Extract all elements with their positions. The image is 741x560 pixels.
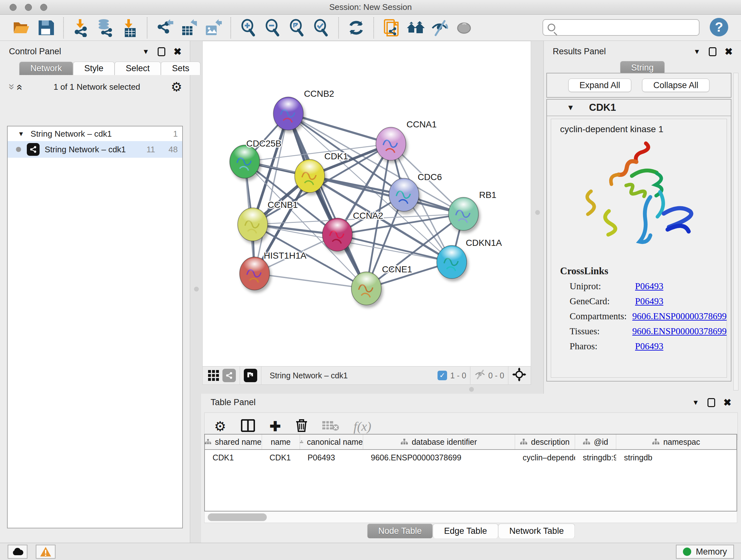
delete-column-icon[interactable] xyxy=(295,419,308,434)
network-node-cdk1[interactable] xyxy=(294,159,325,192)
zoom-in-icon[interactable] xyxy=(239,18,258,38)
crosslink-link[interactable]: 9606.ENSP00000378699 xyxy=(632,311,727,321)
import-table-icon[interactable] xyxy=(120,18,139,38)
tab-node-table[interactable]: Node Table xyxy=(367,523,433,538)
center-view-icon[interactable] xyxy=(512,368,526,383)
hide-unhide-icon[interactable] xyxy=(430,18,450,38)
table-cell[interactable]: CDK1 xyxy=(262,450,300,465)
column-header-shared-name[interactable]: shared name xyxy=(205,435,262,449)
table-row[interactable]: CDK1CDK1P064939606.ENSP00000378699cyclin… xyxy=(205,450,737,465)
search-input[interactable] xyxy=(558,23,692,32)
table-cell[interactable]: stringdb xyxy=(616,450,737,465)
export-network-icon[interactable] xyxy=(155,18,175,38)
zoom-out-icon[interactable] xyxy=(263,18,282,38)
tab-sets[interactable]: Sets xyxy=(161,62,200,75)
scrollbar-thumb[interactable] xyxy=(208,513,267,521)
table-panel-float-icon[interactable] xyxy=(708,398,715,407)
expand-all-networks-icon[interactable]: « xyxy=(14,84,26,90)
zoom-selected-icon[interactable] xyxy=(311,18,331,38)
window-zoom-button[interactable] xyxy=(40,4,47,11)
export-table-icon[interactable] xyxy=(179,18,199,38)
network-node-ccnb1[interactable] xyxy=(238,208,268,241)
birdseye-view-icon[interactable] xyxy=(244,369,257,382)
network-from-document-icon[interactable] xyxy=(381,18,401,38)
tab-style[interactable]: Style xyxy=(73,62,115,75)
network-node-ccne1[interactable] xyxy=(351,272,381,305)
column-header-description[interactable]: description xyxy=(515,435,575,449)
crosslink-link[interactable]: P06493 xyxy=(635,296,664,307)
results-panel-close-icon[interactable]: ✖ xyxy=(725,46,733,57)
left-splitter-handle[interactable] xyxy=(194,287,199,292)
help-button[interactable]: ? xyxy=(710,18,728,37)
network-share-view-icon[interactable] xyxy=(222,369,236,382)
network-node-ccna1[interactable] xyxy=(376,127,406,160)
column-header-canonical-name[interactable]: canonical name xyxy=(300,435,363,449)
table-cell[interactable]: cyclin–dependent ... xyxy=(515,450,575,465)
results-panel-float-icon[interactable] xyxy=(709,47,717,56)
tab-string[interactable]: String xyxy=(620,61,665,74)
collection-collapse-icon[interactable]: ▼ xyxy=(18,130,24,138)
search-box[interactable] xyxy=(542,19,699,36)
network-options-gear-icon[interactable]: ⚙ xyxy=(171,80,182,93)
delete-table-icon[interactable] xyxy=(322,420,339,433)
network-node-ccnb2[interactable] xyxy=(273,97,304,130)
network-row-selected[interactable]: String Network – cdk1 11 48 xyxy=(8,141,182,158)
table-panel-close-icon[interactable]: ✖ xyxy=(724,397,731,408)
create-column-icon[interactable]: ✚ xyxy=(270,419,281,434)
results-scrollbar[interactable] xyxy=(733,73,738,390)
function-builder-icon[interactable]: f(x) xyxy=(354,419,372,434)
tab-network[interactable]: Network xyxy=(19,62,73,75)
control-panel-close-icon[interactable]: ✖ xyxy=(174,46,182,57)
column-header-namespac[interactable]: namespac xyxy=(616,435,737,449)
network-collection-row[interactable]: ▼ String Network – cdk1 1 xyxy=(8,126,182,141)
column-header--id[interactable]: @id xyxy=(575,435,616,449)
crosslink-link[interactable]: P06493 xyxy=(635,281,664,292)
zoom-fit-icon[interactable] xyxy=(287,18,307,38)
tab-network-table[interactable]: Network Table xyxy=(498,523,575,538)
network-node-hist1h1a[interactable] xyxy=(240,257,270,290)
table-cell[interactable]: P06493 xyxy=(300,450,363,465)
cloud-button[interactable] xyxy=(8,545,27,559)
table-cell[interactable]: 9606.ENSP00000378699 xyxy=(363,450,515,465)
selected-checkbox-icon[interactable]: ✓ xyxy=(437,371,447,380)
column-header-name[interactable]: name xyxy=(262,435,300,449)
table-cell[interactable]: stringdb:9... xyxy=(575,450,616,465)
crosslink-link[interactable]: 9606.ENSP00000378699 xyxy=(632,326,727,336)
network-node-cdkn1a[interactable] xyxy=(437,246,467,279)
right-splitter-handle[interactable] xyxy=(535,210,540,215)
results-panel-menu-icon[interactable]: ▼ xyxy=(693,48,700,56)
network-node-cdc6[interactable] xyxy=(389,178,419,211)
network-node-cdc25b[interactable] xyxy=(230,145,260,178)
warning-button[interactable] xyxy=(36,545,56,559)
export-image-icon[interactable] xyxy=(203,18,223,38)
control-panel-float-icon[interactable] xyxy=(158,47,165,56)
table-horizontal-scrollbar[interactable] xyxy=(204,511,737,523)
column-header-database-identifier[interactable]: database identifier xyxy=(363,435,515,449)
save-session-icon[interactable] xyxy=(36,18,56,38)
grid-view-icon[interactable] xyxy=(206,368,221,383)
apply-layout-icon[interactable] xyxy=(346,18,366,38)
tab-edge-table[interactable]: Edge Table xyxy=(433,523,498,538)
tab-select[interactable]: Select xyxy=(115,62,161,75)
network-node-ccna2[interactable] xyxy=(322,218,352,251)
network-node-rb1[interactable] xyxy=(448,197,478,231)
open-session-icon[interactable] xyxy=(12,18,31,38)
crosslink-link[interactable]: P06493 xyxy=(635,341,664,352)
control-panel-menu-icon[interactable]: ▼ xyxy=(142,48,149,56)
show-columns-icon[interactable] xyxy=(241,419,255,433)
window-minimize-button[interactable] xyxy=(25,4,32,11)
window-close-button[interactable] xyxy=(10,4,17,11)
home-networks-icon[interactable] xyxy=(406,18,425,38)
network-canvas[interactable]: CCNB2CCNA1CDC25BCDK1CDC6RB1CCNB1CCNA2CDK… xyxy=(203,41,531,366)
collapse-all-button[interactable]: Collapse All xyxy=(642,78,710,92)
table-panel-menu-icon[interactable]: ▼ xyxy=(692,398,699,407)
gene-collapse-icon[interactable]: ▼ xyxy=(567,103,575,112)
show-eye-icon[interactable] xyxy=(454,18,474,38)
memory-button[interactable]: Memory xyxy=(676,545,734,559)
import-network-icon[interactable] xyxy=(71,18,91,38)
table-options-gear-icon[interactable]: ⚙ xyxy=(214,419,226,434)
expand-all-button[interactable]: Expand All xyxy=(568,78,631,92)
import-network-from-database-icon[interactable] xyxy=(95,18,115,38)
table-cell[interactable]: CDK1 xyxy=(205,450,262,465)
bottom-splitter-handle[interactable] xyxy=(469,387,474,392)
